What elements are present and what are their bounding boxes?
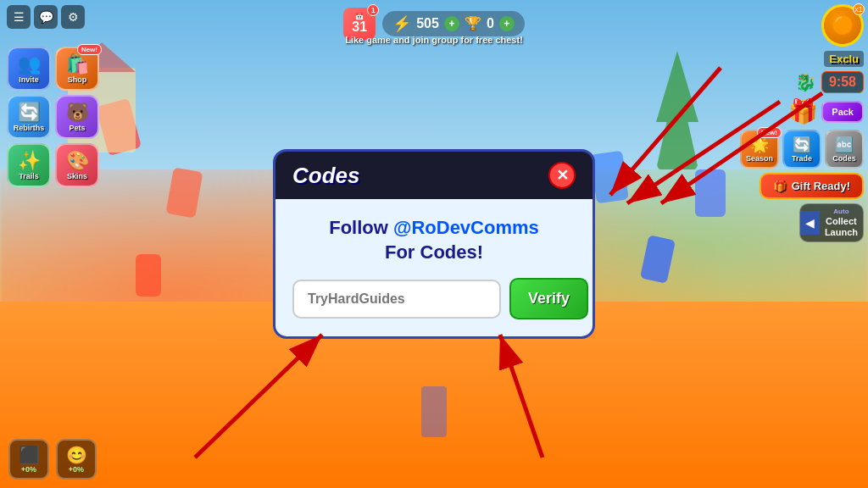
hud-system-icons: ☰ 💬 ⚙ bbox=[7, 5, 85, 29]
shop-label: Shop bbox=[68, 75, 87, 84]
auto-collect-row: ◀ Auto Collect Launch bbox=[799, 203, 864, 242]
chat-icon-btn[interactable]: 💬 bbox=[34, 5, 58, 29]
pets-label: Pets bbox=[69, 124, 85, 132]
sidebar-row-3: ✨ Trails 🎨 Skins bbox=[7, 143, 99, 187]
game-obj-3 bbox=[136, 254, 161, 297]
collect-label: Collect bbox=[826, 216, 857, 227]
season-label: Season bbox=[746, 154, 773, 163]
bottom-icon-2[interactable]: 😊 +0% bbox=[56, 439, 97, 480]
gift-ready-btn[interactable]: 🎁 Gift Ready! bbox=[760, 173, 864, 199]
skins-label: Skins bbox=[67, 172, 87, 180]
code-input-row: Verify bbox=[292, 278, 576, 319]
hud-center-stats: ⚡ 505 + 🏆 0 + bbox=[382, 11, 525, 36]
trails-label: Trails bbox=[19, 172, 39, 180]
gift-bag-icon: 🎁 bbox=[788, 97, 818, 125]
lightning-plus-btn[interactable]: + bbox=[444, 16, 459, 31]
game-obj-4 bbox=[590, 151, 629, 204]
orb-badge: x1 bbox=[853, 3, 865, 15]
pets-icon: 🐻 bbox=[66, 102, 89, 124]
season-icon: 🌟 bbox=[750, 136, 769, 154]
calendar-badge: 1 bbox=[367, 4, 379, 16]
game-obj-6 bbox=[695, 169, 726, 217]
trade-label: Trade bbox=[792, 154, 812, 163]
auto-label: Auto bbox=[833, 208, 849, 216]
rebirths-label: Rebirths bbox=[14, 124, 45, 132]
rebirths-icon: 🔄 bbox=[18, 102, 41, 124]
codes-icon: 🔤 bbox=[835, 136, 854, 154]
close-icon: ✕ bbox=[556, 166, 569, 185]
follow-line2: For Codes! bbox=[385, 241, 483, 263]
right-sidebar: Exclu 🐉 9:58 🎁 Pack 🌟 Season New! 🔄 Trad… bbox=[740, 51, 864, 242]
gift-icon: 🎁 bbox=[773, 180, 787, 192]
bottom-icon-1[interactable]: ⬛ +0% bbox=[8, 439, 49, 480]
trails-icon: ✨ bbox=[18, 150, 41, 172]
rebirths-btn[interactable]: 🔄 Rebirths bbox=[7, 95, 51, 139]
modal-close-btn[interactable]: ✕ bbox=[548, 162, 576, 189]
sidebar-row-2: 🔄 Rebirths 🐻 Pets bbox=[7, 95, 99, 139]
trophy-plus-btn[interactable]: + bbox=[499, 16, 515, 31]
code-input[interactable] bbox=[292, 280, 501, 319]
calendar-day: 31 bbox=[352, 20, 367, 34]
auto-collect-label: Auto Collect Launch bbox=[820, 204, 863, 241]
trails-btn[interactable]: ✨ Trails bbox=[7, 143, 51, 187]
bottom-label-1: +0% bbox=[21, 465, 36, 474]
modal-title: Codes bbox=[292, 162, 359, 188]
orb-btn[interactable]: 🟠 x1 bbox=[821, 4, 864, 47]
pack-row: 🎁 Pack bbox=[788, 97, 864, 125]
codes-sidebar-btn[interactable]: 🔤 Codes bbox=[825, 130, 864, 169]
exclu-label: Exclu bbox=[824, 51, 864, 67]
dragon-icon: 🐉 bbox=[795, 72, 816, 92]
modal-title-bar: Codes ✕ bbox=[273, 149, 595, 199]
skins-icon: 🎨 bbox=[66, 150, 89, 172]
right-btn-row: 🌟 Season New! 🔄 Trade 🔤 Codes bbox=[740, 130, 864, 169]
shop-btn[interactable]: 🛍️ Shop New! bbox=[55, 47, 99, 91]
lightning-count: 505 bbox=[416, 16, 439, 31]
trade-btn[interactable]: 🔄 Trade bbox=[782, 130, 821, 169]
pets-btn[interactable]: 🐻 Pets bbox=[55, 95, 99, 139]
follow-text: Follow @RoDevComms For Codes! bbox=[292, 216, 576, 264]
orb-icon: 🟠 bbox=[832, 14, 854, 36]
invite-label: Invite bbox=[19, 75, 39, 84]
shop-new-badge: New! bbox=[77, 44, 102, 55]
season-btn[interactable]: 🌟 Season New! bbox=[740, 130, 779, 169]
trophy-count: 0 bbox=[487, 16, 494, 31]
sidebar-row-1: 👥 Invite 🛍️ Shop New! bbox=[7, 47, 99, 91]
gift-ready-label: Gift Ready! bbox=[792, 180, 850, 192]
launch-label: Launch bbox=[825, 227, 858, 238]
top-hud: ☰ 💬 ⚙ 📅 31 1 ⚡ 505 + 🏆 0 + 🟠 x1 Like gam… bbox=[0, 0, 868, 47]
settings-icon-btn[interactable]: ⚙ bbox=[61, 5, 85, 29]
verify-btn[interactable]: Verify bbox=[509, 278, 588, 319]
follow-highlight: @RoDevComms bbox=[393, 217, 539, 238]
timer-row: 🐉 9:58 bbox=[795, 71, 864, 93]
shop-icon: 🛍️ bbox=[66, 53, 89, 75]
bottom-label-2: +0% bbox=[69, 465, 84, 474]
qr-icon: ⬛ bbox=[19, 445, 40, 465]
promo-text: Like game and join group for free chest! bbox=[345, 35, 523, 45]
emoji-icon: 😊 bbox=[66, 445, 87, 465]
auto-arrow-btn[interactable]: ◀ bbox=[800, 211, 820, 235]
left-sidebar: 👥 Invite 🛍️ Shop New! 🔄 Rebirths 🐻 Pets … bbox=[7, 47, 99, 187]
skins-btn[interactable]: 🎨 Skins bbox=[55, 143, 99, 187]
trade-icon: 🔄 bbox=[793, 136, 811, 154]
season-new-badge: New! bbox=[757, 127, 782, 138]
pack-btn[interactable]: Pack bbox=[821, 101, 864, 123]
character bbox=[421, 386, 447, 437]
timer-display: 9:58 bbox=[821, 71, 864, 93]
invite-btn[interactable]: 👥 Invite bbox=[7, 47, 51, 91]
menu-icon-btn[interactable]: ☰ bbox=[7, 5, 31, 29]
trophy-icon: 🏆 bbox=[465, 15, 481, 31]
lightning-icon: ⚡ bbox=[392, 14, 411, 33]
follow-line1: Follow bbox=[329, 217, 388, 238]
codes-sidebar-label: Codes bbox=[832, 154, 856, 163]
codes-modal: Codes ✕ Follow @RoDevComms For Codes! Ve… bbox=[273, 149, 595, 339]
invite-icon: 👥 bbox=[18, 53, 41, 75]
bottom-left-icons: ⬛ +0% 😊 +0% bbox=[8, 439, 97, 480]
modal-body: Follow @RoDevComms For Codes! Verify bbox=[273, 199, 595, 339]
